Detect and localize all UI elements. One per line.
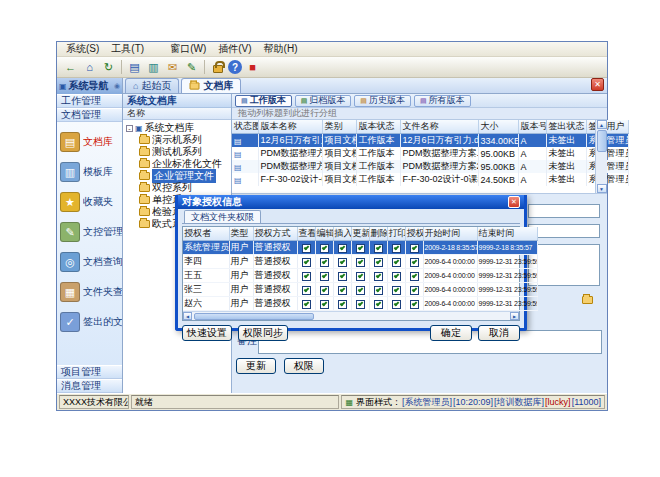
edit-icon[interactable]: ✎ xyxy=(183,59,200,76)
perm-checkbox-delete[interactable] xyxy=(369,241,387,255)
perm-checkbox-update[interactable] xyxy=(351,269,369,283)
col-start-time[interactable]: 开始时间 xyxy=(423,227,477,241)
table-row[interactable]: ▤ PDM数据整理方案 项目文档 工作版本 PDM数据整理方案2.doc 95.… xyxy=(232,160,628,173)
perm-checkbox-delete[interactable] xyxy=(369,269,387,283)
detail-input-2[interactable] xyxy=(528,224,600,238)
tree-column-header[interactable]: 名称 xyxy=(123,108,231,120)
sidebar-item-template-library[interactable]: ▥ 模板库 xyxy=(57,157,122,187)
perm-checkbox-print[interactable] xyxy=(387,255,405,269)
table-row[interactable]: ▤ F-F-30-02设计-0课程 项目文档 工作版本 F-F-30-02设计-… xyxy=(232,173,628,186)
perm-checkbox-delete[interactable] xyxy=(369,297,387,311)
tab-history-version[interactable]: ▤历史版本 xyxy=(354,95,411,107)
mail-icon[interactable]: ✉ xyxy=(164,59,181,76)
expand-icon[interactable]: - xyxy=(126,125,133,132)
ok-button[interactable]: 确定 xyxy=(430,325,472,341)
perm-checkbox-update[interactable] xyxy=(351,241,369,255)
perm-checkbox-edit[interactable] xyxy=(315,269,333,283)
perm-checkbox-insert[interactable] xyxy=(333,269,351,283)
perm-row[interactable]: 李四 用户 普通授权 xyxy=(183,255,537,269)
col-size[interactable]: 大小 xyxy=(478,120,518,134)
col-version-state[interactable]: 版本状态 xyxy=(356,120,400,134)
browse-folder-icon[interactable] xyxy=(582,294,593,306)
col-version-no[interactable]: 版本号 xyxy=(518,120,546,134)
scroll-down-icon[interactable]: ▼ xyxy=(597,184,607,193)
back-icon[interactable]: ← xyxy=(62,59,79,76)
perm-checkbox-delete[interactable] xyxy=(369,283,387,297)
scroll-left-icon[interactable]: ◀ xyxy=(183,312,192,320)
perm-checkbox-print[interactable] xyxy=(387,269,405,283)
perm-checkbox-print[interactable] xyxy=(387,297,405,311)
table-row[interactable]: ▤ 12月6日万有引力 项目文档 工作版本 12月6日万有引力.doc 334.… xyxy=(232,134,628,148)
col-status-icon[interactable]: 状态图 xyxy=(232,120,258,134)
refresh-icon[interactable]: ↻ xyxy=(100,59,117,76)
perm-checkbox-insert[interactable] xyxy=(333,297,351,311)
perm-checkbox-print[interactable] xyxy=(387,283,405,297)
nav-group-work[interactable]: 工作管理 xyxy=(57,94,122,108)
perm-row[interactable]: 系统管理员 用户 普通授权 xyxy=(183,241,537,255)
col-edit[interactable]: 编辑 xyxy=(315,227,333,241)
sidebar-item-doc-library[interactable]: ▤ 文档库 xyxy=(57,127,122,157)
perm-sync-button[interactable]: 权限同步 xyxy=(238,325,288,341)
cancel-button[interactable]: 取消 xyxy=(478,325,520,341)
scroll-right-icon[interactable]: ▶ xyxy=(510,312,519,320)
menu-plugin[interactable]: 插件(V) xyxy=(212,42,257,56)
sidebar-item-folder-search[interactable]: ▦ 文件夹查询 xyxy=(57,277,122,307)
menu-window[interactable]: 窗口(W) xyxy=(164,42,212,56)
lock-icon[interactable] xyxy=(209,59,226,76)
table-row[interactable]: ▤ PDM数据整理方案 项目文档 工作版本 PDM数据整理方案.doc 95.0… xyxy=(232,147,628,160)
new-doc-icon[interactable]: ▤ xyxy=(126,59,143,76)
sidebar-item-checked-out-docs[interactable]: ✓ 签出的文档 xyxy=(57,307,122,337)
perm-checkbox-update[interactable] xyxy=(351,297,369,311)
copy-icon[interactable]: ▥ xyxy=(145,59,162,76)
perm-row[interactable]: 张三 用户 普通授权 xyxy=(183,283,537,297)
col-grant[interactable]: 授权 xyxy=(405,227,423,241)
scroll-thumb[interactable] xyxy=(194,313,314,320)
perm-checkbox-view[interactable] xyxy=(297,255,315,269)
menu-help[interactable]: 帮助(H) xyxy=(258,42,304,56)
perm-checkbox-grant[interactable] xyxy=(405,241,423,255)
col-delete[interactable]: 删除 xyxy=(369,227,387,241)
col-type[interactable]: 类型 xyxy=(229,227,253,241)
update-button[interactable]: 更新 xyxy=(236,358,276,374)
col-print[interactable]: 打印 xyxy=(387,227,405,241)
tab-start-page[interactable]: ⌂ 起始页 xyxy=(125,78,179,93)
col-update[interactable]: 更新 xyxy=(351,227,369,241)
perm-checkbox-edit[interactable] xyxy=(315,241,333,255)
sidebar-item-favorites[interactable]: ★ 收藏夹 xyxy=(57,187,122,217)
sidebar-item-doc-control[interactable]: ✎ 文控管理 xyxy=(57,217,122,247)
col-insert[interactable]: 插入 xyxy=(333,227,351,241)
perm-checkbox-grant[interactable] xyxy=(405,269,423,283)
menu-system[interactable]: 系统(S) xyxy=(60,42,105,56)
perm-checkbox-edit[interactable] xyxy=(315,283,333,297)
perm-checkbox-update[interactable] xyxy=(351,255,369,269)
perm-checkbox-grant[interactable] xyxy=(405,297,423,311)
perm-checkbox-grant[interactable] xyxy=(405,283,423,297)
tab-folder-permissions[interactable]: 文档文件夹权限 xyxy=(184,210,261,223)
perm-row[interactable]: 赵六 用户 普通授权 xyxy=(183,297,537,311)
perm-checkbox-print[interactable] xyxy=(387,241,405,255)
col-auth-mode[interactable]: 授权方式 xyxy=(253,227,297,241)
perm-checkbox-update[interactable] xyxy=(351,283,369,297)
tab-all-version[interactable]: ▤所有版本 xyxy=(414,95,471,107)
perm-checkbox-view[interactable] xyxy=(297,269,315,283)
help-icon[interactable]: ? xyxy=(228,60,242,74)
detail-input-1[interactable] xyxy=(528,204,600,218)
col-grantee[interactable]: 授权者 xyxy=(183,227,229,241)
nav-group-message[interactable]: 消息管理 xyxy=(57,379,122,393)
scroll-thumb[interactable] xyxy=(597,130,607,152)
col-file-name[interactable]: 文件名称 xyxy=(400,120,478,134)
dialog-close-icon[interactable]: ✕ xyxy=(508,196,520,208)
perm-checkbox-insert[interactable] xyxy=(333,255,351,269)
tab-doc-library[interactable]: 文档库 xyxy=(181,78,241,93)
col-category[interactable]: 类别 xyxy=(322,120,356,134)
home-icon[interactable]: ⌂ xyxy=(81,59,98,76)
col-version-name[interactable]: 版本名称 xyxy=(258,120,322,134)
dialog-titlebar[interactable]: 对象授权信息 ✕ xyxy=(178,195,524,209)
col-checkout-state[interactable]: 签出状态 xyxy=(546,120,586,134)
permission-button[interactable]: 权限 xyxy=(284,358,324,374)
col-view[interactable]: 查看 xyxy=(297,227,315,241)
perm-checkbox-insert[interactable] xyxy=(333,241,351,255)
col-checkout-user[interactable]: 签出用户 xyxy=(586,120,628,134)
sidebar-item-doc-search[interactable]: ◎ 文档查询 xyxy=(57,247,122,277)
perm-checkbox-view[interactable] xyxy=(297,297,315,311)
